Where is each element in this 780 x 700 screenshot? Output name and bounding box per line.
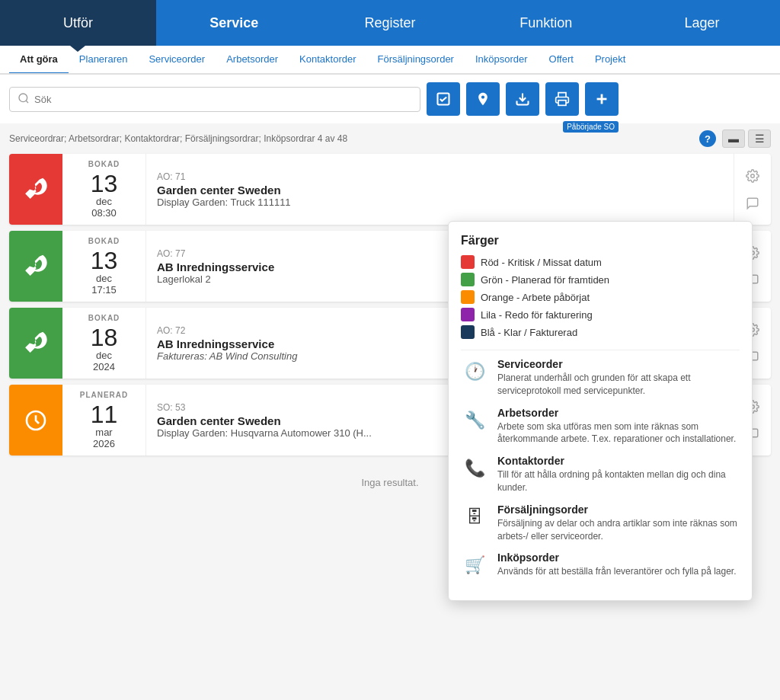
order-type-text: Serviceorder Planerat underhåll och grun… [497, 358, 740, 398]
toolbar: Påbörjade SO [0, 75, 780, 123]
order-status-label: BOKAD [88, 237, 120, 245]
color-legend-item: Grön - Planerad för framtiden [461, 273, 740, 286]
color-label: Lila - Redo för fakturering [481, 309, 593, 321]
order-type-icon: 🔧 [461, 407, 488, 434]
color-swatch [461, 255, 475, 269]
color-swatch [461, 290, 475, 304]
order-type-text: Kontaktorder Till för att hålla ordning … [497, 455, 740, 494]
order-date-time: 17:15 [91, 284, 117, 296]
order-actions [734, 154, 771, 225]
order-status-area: BOKAD 13 dec 08:30 [62, 154, 146, 225]
legend-popup: Färger Röd - Kritisk / Missat datumGrön … [448, 221, 753, 503]
print-button[interactable] [545, 82, 579, 116]
nav-funktion[interactable]: Funktion [468, 0, 624, 46]
order-row[interactable]: BOKAD 13 dec 08:30 AO: 71 Garden center … [9, 154, 771, 225]
download-button[interactable] [506, 82, 539, 116]
help-button[interactable]: ? [699, 130, 716, 147]
order-type-item: 🕐 Serviceorder Planerat underhåll och gr… [461, 358, 740, 398]
color-legend-item: Lila - Redo för fakturering [461, 308, 740, 321]
legend-title: Färger [461, 234, 740, 248]
order-type-name: Kontaktorder [497, 455, 740, 467]
order-type-desc: Arbete som ska utföras men som inte räkn… [497, 420, 740, 446]
order-date-time: 2026 [93, 438, 115, 449]
view-toggle: ▬ ☰ [722, 129, 771, 148]
filter-text: Serviceordrar; Arbetsordrar; Kontaktordr… [9, 133, 347, 144]
order-type-item: 📞 Kontaktorder Till för att hålla ordnin… [461, 455, 740, 494]
tab-kontaktorder[interactable]: Kontaktorder [289, 46, 366, 75]
tab-forsaljningsorder[interactable]: Försäljningsorder [367, 46, 465, 75]
nav-register[interactable]: Register [312, 0, 468, 46]
order-description: Display Garden: Truck 111111 [157, 197, 723, 208]
grid-view-button[interactable]: ☰ [748, 129, 771, 148]
tab-arbetsorder[interactable]: Arbetsorder [216, 46, 289, 75]
nav-service[interactable]: Service [156, 0, 312, 46]
add-button[interactable] [585, 82, 619, 116]
color-swatch [461, 308, 475, 321]
color-label: Blå - Klar / Fakturerad [481, 327, 577, 338]
order-date-month: dec [96, 196, 112, 207]
filter-icons: ? ▬ ☰ [699, 129, 771, 148]
order-date-day: 11 [91, 402, 118, 427]
search-input[interactable] [34, 94, 412, 105]
nav-utfor[interactable]: Utför [0, 0, 156, 46]
order-date-month: mar [95, 427, 112, 438]
order-date-month: dec [96, 273, 112, 284]
svg-line-1 [26, 101, 28, 103]
add-button-tooltip: Påbörjade SO [563, 121, 619, 133]
color-legend-item: Blå - Klar / Fakturerad [461, 325, 740, 339]
tab-projekt[interactable]: Projekt [584, 46, 636, 75]
list-view-button[interactable]: ▬ [722, 129, 745, 148]
filter-info-bar: Serviceordrar; Arbetsordrar; Kontaktordr… [0, 123, 780, 154]
nav-lager[interactable]: Lager [624, 0, 780, 46]
check-button[interactable] [427, 82, 460, 116]
color-swatch [461, 273, 475, 286]
order-type-icon: 📞 [461, 455, 488, 482]
color-legend: Röd - Kritisk / Missat datumGrön - Plane… [461, 255, 740, 339]
color-legend-item: Orange - Arbete påbörjat [461, 290, 740, 304]
order-color-indicator [9, 385, 62, 455]
order-type-desc: Till för att hålla ordning på kontakten … [497, 468, 740, 494]
order-date-time: 08:30 [91, 207, 117, 219]
order-type-section: 🕐 Serviceorder Planerat underhåll och gr… [461, 350, 740, 503]
color-label: Orange - Arbete påbörjat [481, 292, 590, 303]
location-button[interactable] [466, 82, 500, 116]
order-type-desc: Planerat underhåll och grunden för att s… [497, 372, 740, 398]
tab-att-gora[interactable]: Att göra [9, 46, 69, 75]
svg-point-7 [751, 174, 755, 177]
order-date-month: dec [96, 350, 112, 361]
color-label: Grön - Planerad för framtiden [481, 274, 609, 286]
order-status-label: BOKAD [88, 160, 120, 168]
order-color-indicator [9, 231, 62, 302]
tab-inkopsorder[interactable]: Inköpsorder [465, 46, 539, 75]
order-type-name: Arbetsorder [497, 407, 740, 419]
tab-serviceorder[interactable]: Serviceorder [138, 46, 216, 75]
tab-offert[interactable]: Offert [539, 46, 584, 75]
sub-navigation: Att göra Planeraren Serviceorder Arbetso… [0, 46, 780, 75]
order-ref: AO: 71 [157, 171, 723, 182]
order-status-label: BOKAD [88, 314, 120, 322]
order-date-day: 18 [91, 325, 118, 350]
order-status-label: PLANERAD [80, 391, 129, 399]
order-color-indicator [9, 154, 62, 225]
order-date-day: 13 [91, 171, 118, 196]
settings-icon[interactable] [742, 165, 763, 187]
top-navigation: Utför Service Register Funktion Lager [0, 0, 780, 46]
order-status-area: PLANERAD 11 mar 2026 [62, 385, 146, 455]
search-box[interactable] [9, 87, 420, 112]
order-details: AO: 71 Garden center Sweden Display Gard… [146, 154, 734, 225]
svg-point-0 [19, 94, 27, 102]
order-type-icon: 🕐 [461, 358, 488, 385]
order-company: Garden center Sweden [157, 184, 723, 197]
search-icon [18, 92, 30, 107]
order-type-name: Serviceorder [497, 358, 740, 370]
order-type-item: 🔧 Arbetsorder Arbete som ska utföras men… [461, 407, 740, 446]
order-date-time: 2024 [93, 361, 115, 372]
color-label: Röd - Kritisk / Missat datum [481, 257, 602, 268]
order-type-text: Arbetsorder Arbete som ska utföras men s… [497, 407, 740, 446]
order-date-day: 13 [91, 248, 118, 273]
color-swatch [461, 325, 475, 339]
color-legend-item: Röd - Kritisk / Missat datum [461, 255, 740, 269]
comment-icon[interactable] [742, 193, 763, 214]
order-status-area: BOKAD 18 dec 2024 [62, 308, 146, 379]
order-color-indicator [9, 308, 62, 379]
